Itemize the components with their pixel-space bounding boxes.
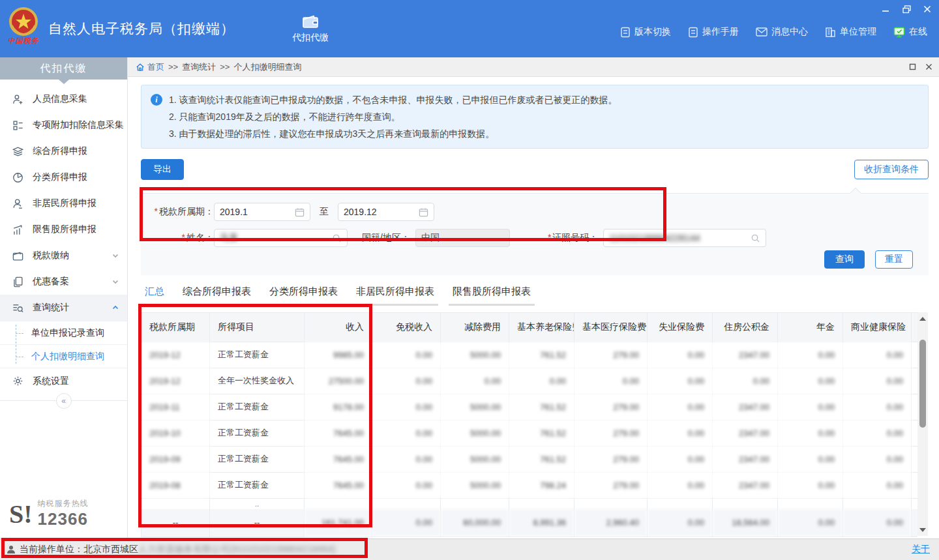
tab-nonresident-income[interactable]: 非居民所得申报表	[352, 284, 438, 306]
sidebar-subitem-unit-declaration-query[interactable]: 单位申报记录查询	[0, 321, 127, 344]
scroll-down-arrow-icon[interactable]	[917, 525, 928, 535]
sidebar-item-label: 非居民所得申报	[33, 198, 97, 209]
sidebar-subitem-personal-withholding-query[interactable]: 个人扣缴明细查询	[0, 344, 127, 368]
tab-summary[interactable]: 汇总	[141, 284, 168, 306]
sidebar-item-preferential-filing[interactable]: 优惠备案	[0, 269, 127, 295]
nationality-value	[421, 233, 504, 243]
period-label: *税款所属期：	[141, 206, 214, 218]
cell-amount: 761.52	[509, 446, 574, 472]
search-icon[interactable]	[332, 233, 342, 243]
window-restore-button[interactable]	[901, 4, 912, 14]
sidebar-item-nonresident-income[interactable]: 非居民所得申报	[0, 190, 127, 216]
cell-amount: 0.00	[372, 368, 441, 394]
table-row[interactable]: 2019-10正常工资薪金7645.000.005000.00761.52279…	[142, 420, 918, 446]
tab-restricted-stock[interactable]: 限售股所得申报表	[449, 284, 535, 306]
pane-close-button[interactable]	[925, 63, 932, 70]
cell-amount: 0.00	[372, 472, 441, 498]
window-close-button[interactable]	[922, 4, 932, 14]
column-header: 商业健康保险	[843, 313, 912, 342]
cell-amount: 0.00	[778, 446, 843, 472]
calendar-icon[interactable]	[419, 207, 428, 217]
cell-amount: 0.00	[713, 368, 778, 394]
menu-label: 在线	[909, 26, 927, 38]
reset-button[interactable]: 重置	[875, 250, 913, 269]
period-start-input[interactable]	[214, 203, 310, 221]
search-button[interactable]: 查询	[824, 250, 865, 269]
current-unit-blurred: 人力资源服务有限公司(91110102199804218464)	[138, 544, 336, 555]
cell-amount: 27500.00	[305, 368, 372, 394]
table-row[interactable]: 2019-09正常工资薪金7645.000.005000.00761.52279…	[142, 446, 918, 472]
sidebar-item-query-statistics[interactable]: 查询统计	[0, 295, 127, 321]
current-unit-label: 当前操作单位：北京市西城区	[20, 544, 138, 555]
tab-comprehensive-income[interactable]: 综合所得申报表	[179, 284, 255, 306]
cell-income-item: 正常工资薪金	[210, 342, 305, 368]
name-value[interactable]	[220, 233, 328, 243]
hotline-glyph-icon: S!	[9, 499, 33, 529]
sidebar-collapse-button[interactable]: «	[56, 393, 72, 409]
period-end-input[interactable]	[338, 203, 434, 221]
cell-amount: 9178.00	[305, 394, 372, 420]
menu-version-switch[interactable]: 版本切换	[620, 26, 671, 38]
tab-classified-income[interactable]: 分类所得申报表	[265, 284, 342, 306]
table-summary-row: ----161,741.000.0060,000.008,991.362,960…	[142, 509, 918, 537]
gear-icon	[12, 375, 25, 388]
sidebar-item-special-deduction[interactable]: 专项附加扣除信息采集	[0, 112, 127, 138]
search-icon[interactable]	[751, 233, 760, 243]
column-header: 基本医疗保险费	[574, 313, 648, 342]
period-end-value[interactable]	[344, 207, 415, 217]
period-start-value[interactable]	[220, 207, 291, 217]
cell-amount	[574, 498, 648, 509]
cell-amount: 5000.00	[441, 446, 509, 472]
scroll-up-arrow-icon[interactable]	[917, 314, 928, 323]
vertical-scroll-thumb[interactable]	[919, 340, 926, 428]
pane-maximize-button[interactable]	[909, 63, 916, 70]
chevron-up-icon	[112, 304, 119, 312]
period-to-label: 至	[320, 206, 329, 218]
cell-summary-amount: 8,991.36	[509, 509, 574, 537]
mail-icon	[756, 27, 768, 37]
about-link[interactable]: 关于	[912, 544, 930, 555]
cell-amount: 279.00	[574, 394, 648, 420]
sidebar-item-tax-payment[interactable]: 税款缴纳	[0, 243, 127, 269]
id-number-input[interactable]	[603, 229, 766, 247]
cell-amount: 0.00	[843, 342, 912, 368]
sidebar: 代扣代缴 人员信息采集 专项附加扣除信	[0, 57, 128, 538]
cell-summary-amount: 0.00	[843, 509, 912, 537]
cell-amount: 0.00	[372, 342, 441, 368]
table-row[interactable]: 2019-12正常工资薪金9985.000.005000.00761.52279…	[142, 342, 918, 368]
menu-unit-management[interactable]: 单位管理	[825, 26, 876, 38]
column-header: 住房公积金	[713, 313, 778, 342]
vertical-scrollbar[interactable]	[917, 312, 928, 536]
person-icon	[12, 197, 25, 210]
collapse-query-button[interactable]: 收折查询条件	[854, 160, 929, 179]
result-table-area: 税款所属期所得项目收入免税收入减除费用基本养老保险费基本医疗保险费失业保险费住房…	[141, 312, 928, 538]
calendar-icon[interactable]	[295, 207, 305, 217]
name-input[interactable]	[214, 229, 348, 247]
id-number-value[interactable]	[609, 233, 747, 243]
export-button[interactable]: 导出	[141, 159, 184, 180]
menu-online-status[interactable]: 在线	[893, 26, 927, 38]
cell-amount: 5000.00	[441, 342, 509, 368]
sidebar-item-comprehensive-income[interactable]: 综合所得申报	[0, 138, 127, 164]
menu-message-center[interactable]: 消息中心	[756, 26, 808, 38]
table-row[interactable]: 2019-11正常工资薪金9178.000.005000.00761.52279…	[142, 394, 918, 420]
cell-amount: 761.52	[509, 420, 574, 446]
main-content: 首页 >> 查询统计 >> 个人扣缴明细查询 i	[128, 57, 939, 538]
status-bar: 当前操作单位：北京市西城区人力资源服务有限公司(9111010219980421…	[0, 538, 939, 560]
table-row[interactable]: 2019-12全年一次性奖金收入27500.000.000.000.000.00…	[142, 368, 918, 394]
sidebar-item-personnel-info[interactable]: 人员信息采集	[0, 86, 127, 112]
module-tab-withholding[interactable]: 代扣代缴	[292, 14, 329, 44]
menu-label: 消息中心	[771, 26, 808, 38]
sidebar-item-system-settings[interactable]: 系统设置	[0, 368, 127, 394]
column-header: 税款所属期	[142, 313, 210, 342]
cell-amount: 2347.00	[713, 446, 778, 472]
window-minimize-button[interactable]	[880, 4, 891, 14]
cell-amount: 0.00	[372, 446, 441, 472]
cell-amount: 0.00	[372, 394, 441, 420]
table-row[interactable]: 2019-08正常工资薪金7645.000.005000.00798.24279…	[142, 472, 918, 498]
sidebar-item-restricted-stock[interactable]: 限售股所得申报	[0, 216, 127, 243]
breadcrumb-home[interactable]: 首页	[136, 61, 164, 73]
menu-manual[interactable]: 操作手册	[688, 26, 739, 38]
sidebar-item-classified-income[interactable]: 分类所得申报	[0, 164, 127, 190]
hotline-logo: S! 纳税服务热线 12366	[9, 498, 89, 529]
